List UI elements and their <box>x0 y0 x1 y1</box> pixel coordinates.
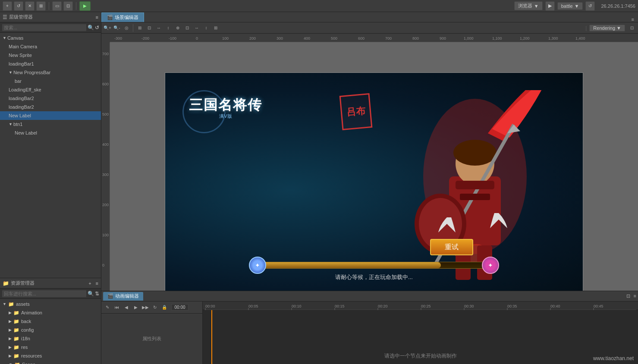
grid-btn[interactable]: ⊞ <box>36 1 46 11</box>
anim-menu-icon[interactable]: ≡ <box>634 293 636 299</box>
align-btn6[interactable]: ⊡ <box>183 24 192 32</box>
zoom-out-btn[interactable]: 🔍- <box>113 24 121 32</box>
game-title: 三国名将传 <box>189 96 262 115</box>
align-btn7[interactable]: ↔ <box>192 24 201 32</box>
svg-text:-300: -300 <box>114 36 122 41</box>
align-btn8[interactable]: ↕ <box>202 24 211 32</box>
asset-item-resources[interactable]: ▶ 📁 resources <box>0 351 101 360</box>
retry-button[interactable]: 重试 <box>430 239 473 255</box>
3d-btn[interactable]: ▶ <box>79 1 91 11</box>
asset-item-config[interactable]: ▶ 📁 config <box>0 326 101 334</box>
layer-item-newlabel1[interactable]: New Label <box>0 111 101 120</box>
layer-item-maincamera[interactable]: Main Camera <box>0 42 101 51</box>
scene-tab-action-btn[interactable]: ≡ <box>630 17 635 22</box>
rendering-btn[interactable]: Rendering ▼ <box>589 25 625 31</box>
asset-res-label: res <box>21 345 28 350</box>
layers-icon: ☰ <box>3 14 7 20</box>
svg-text:200: 200 <box>102 203 109 207</box>
align-btn5[interactable]: ⊕ <box>173 24 182 32</box>
scene-tab-icon: 🎬 <box>107 15 113 20</box>
sep2 <box>76 2 76 10</box>
layer-item-loadingeff[interactable]: LoadingEff_ske <box>0 85 101 94</box>
progress-bar-container: ✦ ✦ <box>249 260 499 270</box>
layer-search-input[interactable] <box>2 24 87 31</box>
align-btn3[interactable]: ↔ <box>154 24 163 32</box>
anim-time-input[interactable]: 00:00 <box>171 304 189 311</box>
refresh-btn[interactable]: ↺ <box>14 1 23 11</box>
asset-sort-icon[interactable]: ⇅ <box>95 291 99 297</box>
svg-text:-100: -100 <box>169 36 176 41</box>
progress-bar-fill <box>262 262 441 268</box>
refresh-layer-icon[interactable]: ↺ <box>95 25 99 31</box>
anim-edit-btn[interactable]: ✎ <box>103 303 112 312</box>
scene-right-toolbar: | Rendering ▼ ⊡ <box>585 24 636 32</box>
battle-select[interactable]: battle ▼ <box>557 2 583 10</box>
layer-item-loadingbar2b[interactable]: loadingBar2 <box>0 103 101 111</box>
svg-text:00:15: 00:15 <box>335 304 345 308</box>
add-btn[interactable]: + <box>3 1 12 11</box>
anim-loop-btn[interactable]: ↻ <box>151 303 159 312</box>
rect-btn[interactable]: ▭ <box>52 1 62 11</box>
scene-editor-tabs: 🎬 场景编辑器 ≡ <box>101 12 638 22</box>
asset-item-assets[interactable]: ▼ 📁 assets <box>0 300 101 308</box>
search-icon[interactable]: 🔍 <box>88 25 94 31</box>
resources-folder-icon: 📁 <box>13 353 19 359</box>
asset-item-res[interactable]: ▶ 📁 res <box>0 343 101 351</box>
layer-item-btn1[interactable]: ▼ btn1 <box>0 120 101 129</box>
asset-search-input[interactable] <box>2 290 87 298</box>
layer-loadingbar1-label: loadingBar1 <box>9 61 34 66</box>
anim-next-btn[interactable]: ▶▶ <box>141 303 150 312</box>
zoom-in-btn[interactable]: 🔍+ <box>103 24 112 32</box>
layer-item-newlabel2[interactable]: New Label <box>0 129 101 137</box>
layer-item-progressbar[interactable]: ▼ New ProgressBar <box>0 68 101 77</box>
right-area: 🎬 场景编辑器 ≡ 🔍+ 🔍- ◎ ⊞ ⊡ ↔ ↕ ⊕ ⊡ ↔ ↕ ⊞ | <box>101 12 638 364</box>
layer-item-canvas[interactable]: ▼ Canvas <box>0 34 101 42</box>
rendering-label: Rendering <box>593 25 615 31</box>
scene-more-btn[interactable]: ⊡ <box>628 24 636 32</box>
svg-text:100: 100 <box>222 36 229 41</box>
svg-text:1,300: 1,300 <box>548 36 558 41</box>
zoom-reset-btn[interactable]: ◎ <box>122 24 131 32</box>
transform-btn[interactable]: ⊡ <box>63 1 73 11</box>
close-btn[interactable]: ✕ <box>25 1 35 11</box>
i18n-arrow-icon: ▶ <box>9 336 12 341</box>
scene-editor-tab[interactable]: 🎬 场景编辑器 <box>101 13 144 22</box>
align-btn2[interactable]: ⊡ <box>145 24 154 32</box>
rendering-arrow-icon: ▼ <box>616 25 621 31</box>
align-btn4[interactable]: ↕ <box>164 24 173 32</box>
asset-add-icon[interactable]: + <box>88 281 91 286</box>
anim-play-btn[interactable]: ▶ <box>132 303 140 312</box>
layer-manager-menu-icon[interactable]: ≡ <box>96 15 98 20</box>
asset-item-scene[interactable]: ▼ 📁 Scene <box>0 360 101 364</box>
anim-prev-btn[interactable]: ◀ <box>122 303 131 312</box>
browser-btn[interactable]: 浏览器 ▼ <box>514 1 543 10</box>
assets-folder-icon: 📁 <box>8 301 14 307</box>
align-btn9[interactable]: ⊞ <box>211 24 220 32</box>
asset-search-icon[interactable]: 🔍 <box>88 291 94 297</box>
anim-lock-btn[interactable]: 🔒 <box>160 303 169 312</box>
asset-item-back[interactable]: ▶ 📁 back <box>0 317 101 326</box>
asset-item-i18n[interactable]: ▶ 📁 i18n <box>0 334 101 343</box>
svg-rect-35 <box>460 194 490 200</box>
anim-editor-tab[interactable]: 🎬 动画编辑器 <box>103 292 143 301</box>
layer-item-loadingbar2a[interactable]: loadingBar2 <box>0 94 101 103</box>
align-btn1[interactable]: ⊞ <box>135 24 144 32</box>
svg-text:1,400: 1,400 <box>575 36 585 41</box>
anim-expand-icon[interactable]: ⊡ <box>626 293 630 299</box>
asset-menu-icon[interactable]: ≡ <box>96 281 98 286</box>
anim-start-btn[interactable]: ⏮ <box>113 303 121 312</box>
layer-maincamera-label: Main Camera <box>9 44 37 49</box>
watermark: www.tiaozhan.net <box>593 355 634 361</box>
svg-text:00:30: 00:30 <box>464 304 474 308</box>
asset-item-animation[interactable]: ▶ 📁 Animation <box>0 308 101 317</box>
layer-item-loadingbar1[interactable]: loadingBar1 <box>0 60 101 68</box>
refresh-scene-btn[interactable]: ↺ <box>585 1 595 11</box>
layer-item-newsprite[interactable]: New Sprite <box>0 51 101 60</box>
layer-item-bar[interactable]: bar <box>0 77 101 85</box>
play-btn[interactable]: ▶ <box>545 1 555 11</box>
asset-config-label: config <box>21 327 34 333</box>
svg-rect-34 <box>456 181 494 189</box>
ip-label: 26.26.26.1:7456 <box>601 3 635 9</box>
time-indicator <box>211 310 212 364</box>
scene-viewport[interactable]: 使用鼠标右键平移视图靠近，使用滚轮缩放视图 -300 -200 -100 0 1… <box>101 34 638 291</box>
